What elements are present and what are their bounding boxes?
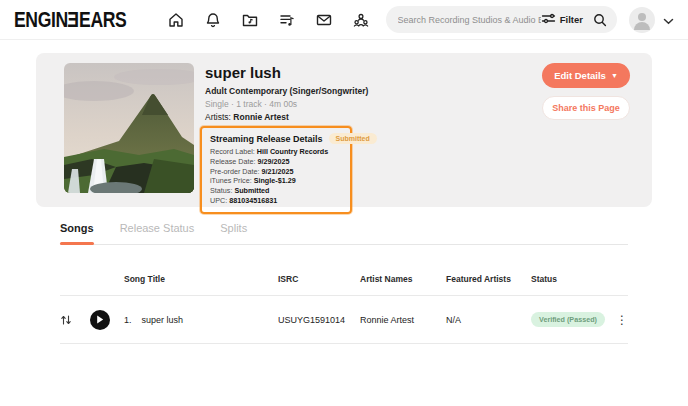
- field-itunes-price: iTunes Price: Single-$1.29: [210, 176, 342, 186]
- field-label: Release Date:: [210, 157, 256, 166]
- release-artists: Artists: Ronnie Artest: [205, 112, 368, 122]
- queue-music-icon[interactable]: [278, 11, 296, 29]
- top-bar: ENGINEEARS Filter: [0, 0, 688, 40]
- chevron-down-icon[interactable]: [663, 11, 674, 29]
- field-value: 9/21/2025: [262, 167, 294, 176]
- field-value: Submitted: [234, 186, 269, 195]
- release-meta: Single · 1 track · 4m 00s: [205, 99, 368, 109]
- share-page-button[interactable]: Share this Page: [542, 96, 630, 120]
- search-bar: Filter: [386, 6, 618, 33]
- header-featured-artists: Featured Artists: [446, 274, 531, 284]
- submitted-badge: Submitted: [329, 133, 377, 144]
- edit-details-label: Edit Details: [554, 70, 606, 81]
- header-song-title: Song Title: [124, 274, 278, 284]
- field-record-label: Record Label: Hill Country Records: [210, 147, 342, 157]
- header-artist-names: Artist Names: [360, 274, 446, 284]
- streaming-details-header: Streaming Release Details Submitted: [210, 133, 342, 144]
- home-icon[interactable]: [167, 11, 185, 29]
- field-upc: UPC: 881034516831: [210, 196, 342, 206]
- logo-flipped-e: E: [68, 7, 79, 33]
- main-nav: [167, 11, 370, 29]
- tab-release-status[interactable]: Release Status: [120, 222, 195, 244]
- play-button[interactable]: [90, 310, 110, 330]
- folder-music-icon[interactable]: [241, 11, 259, 29]
- field-value: 9/29/2025: [258, 157, 290, 166]
- field-label: UPC:: [210, 196, 227, 205]
- status-badge: Verified (Passed): [531, 312, 605, 327]
- sort-reorder-icon[interactable]: [60, 314, 72, 326]
- row-menu-kebab-icon[interactable]: ⋮: [616, 314, 628, 326]
- tab-splits[interactable]: Splits: [220, 222, 247, 244]
- release-actions: Edit Details ▼ Share this Page: [542, 63, 630, 120]
- filter-sliders-icon: [541, 11, 556, 29]
- field-value: Hill Country Records: [257, 147, 329, 156]
- track-title: super lush: [142, 315, 184, 325]
- play-icon: [96, 315, 104, 324]
- filter-button[interactable]: Filter: [541, 11, 583, 29]
- header-isrc: ISRC: [278, 274, 360, 284]
- logo-text-2: EARS: [79, 7, 126, 32]
- field-label: Pre-order Date:: [210, 167, 260, 176]
- field-value: 881034516831: [229, 196, 277, 205]
- field-label: Status:: [210, 186, 232, 195]
- field-release-date: Release Date: 9/29/2025: [210, 157, 342, 167]
- edit-details-button[interactable]: Edit Details ▼: [542, 63, 630, 88]
- header-status: Status: [531, 274, 608, 284]
- artist-names-cell: Ronnie Artest: [360, 315, 446, 325]
- table-header-row: Song Title ISRC Artist Names Featured Ar…: [60, 262, 628, 296]
- streaming-release-details-box: Streaming Release Details Submitted Reco…: [200, 126, 352, 214]
- track-number: 1.: [124, 315, 132, 325]
- avatar[interactable]: [629, 7, 655, 33]
- artists-value: Ronnie Artest: [233, 112, 288, 122]
- tab-songs[interactable]: Songs: [60, 222, 94, 244]
- field-label: Record Label:: [210, 147, 255, 156]
- isrc-cell: USUYG1591014: [278, 315, 360, 325]
- release-title: super lush: [205, 64, 368, 81]
- streaming-details-title: Streaming Release Details: [210, 134, 323, 144]
- featured-artists-cell: N/A: [446, 315, 531, 325]
- chevron-down-icon: ▼: [611, 72, 618, 79]
- release-tabs: Songs Release Status Splits: [60, 222, 628, 245]
- account-menu: [629, 7, 674, 33]
- field-label: iTunes Price:: [210, 176, 252, 185]
- song-title-cell: 1. super lush: [124, 315, 278, 325]
- songs-table: Song Title ISRC Artist Names Featured Ar…: [60, 262, 628, 344]
- artists-label: Artists:: [205, 112, 231, 122]
- search-icon[interactable]: [593, 13, 607, 27]
- field-value: Single-$1.29: [254, 176, 296, 185]
- release-genre: Adult Contemporary (Singer/Songwriter): [205, 86, 368, 96]
- share-page-label: Share this Page: [552, 103, 620, 113]
- logo-text: ENGIN: [14, 7, 68, 32]
- mail-icon[interactable]: [315, 11, 333, 29]
- filter-label: Filter: [560, 14, 583, 25]
- engineears-logo[interactable]: ENGINEEARS: [14, 7, 126, 33]
- table-row: 1. super lush USUYG1591014 Ronnie Artest…: [60, 296, 628, 344]
- release-summary-card: super lush Adult Contemporary (Singer/So…: [36, 53, 652, 207]
- field-preorder-date: Pre-order Date: 9/21/2025: [210, 167, 342, 177]
- field-status: Status: Submitted: [210, 186, 342, 196]
- release-artwork: [64, 63, 194, 193]
- release-info: super lush Adult Contemporary (Singer/So…: [205, 64, 368, 122]
- search-input[interactable]: [398, 15, 541, 25]
- bell-icon[interactable]: [204, 11, 222, 29]
- people-icon[interactable]: [352, 11, 370, 29]
